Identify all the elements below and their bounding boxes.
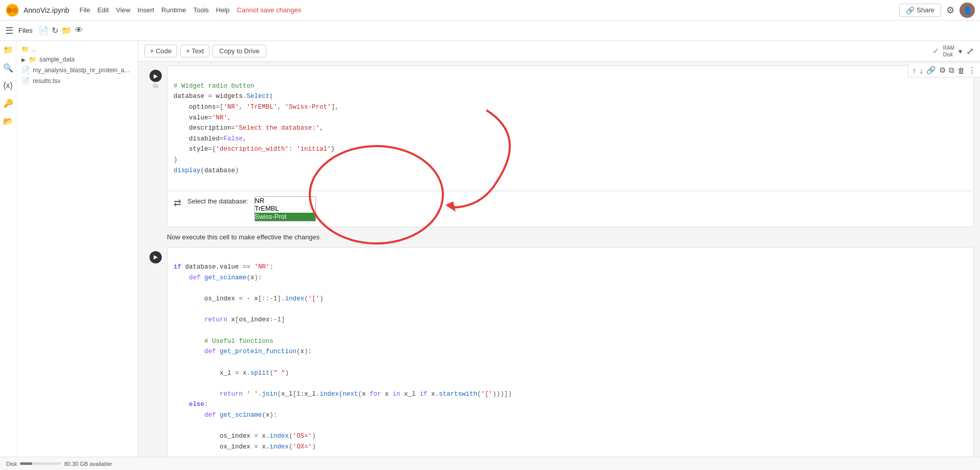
- cell-1-code: # Widget radio button database = widgets…: [167, 66, 973, 191]
- sidebar-toggle[interactable]: ☰: [5, 25, 13, 36]
- menu-view[interactable]: View: [116, 6, 131, 14]
- svg-point-2: [12, 7, 18, 13]
- files-icon[interactable]: 📁: [3, 45, 13, 55]
- option-trembl[interactable]: TrEMBL: [255, 205, 315, 213]
- copy-to-drive-button[interactable]: Copy to Drive: [212, 45, 266, 57]
- menu-edit[interactable]: Edit: [97, 6, 109, 14]
- folder-icon-strip[interactable]: 📂: [3, 116, 13, 126]
- delete-cell-icon[interactable]: 🗑: [956, 65, 966, 76]
- cell-1-gutter: ▶ 0s: [144, 66, 167, 191]
- disk-available-text: 80.30 GB available: [64, 461, 112, 467]
- option-nr[interactable]: NR: [255, 197, 315, 205]
- widget-label: Select the database:: [187, 196, 248, 205]
- search-icon[interactable]: 🔍: [3, 63, 13, 73]
- expand-icon[interactable]: ⤢: [966, 46, 974, 57]
- folder-dotdot-icon: 📁: [22, 46, 29, 53]
- key-icon[interactable]: 🔑: [3, 98, 13, 108]
- disk-progress-fill: [20, 462, 32, 465]
- disk-status: Disk 80.30 GB available: [6, 461, 112, 467]
- disk-label: Disk: [943, 51, 954, 58]
- widget-icon: ⇄: [174, 197, 181, 209]
- widget-select[interactable]: NR TrEMBL Swiss-Prot: [254, 196, 316, 221]
- top-bar: AnnoViz.ipynb File Edit View Insert Runt…: [0, 0, 980, 21]
- folder-sample-icon: 📁: [29, 56, 36, 63]
- bottom-status-bar: Disk 80.30 GB available: [0, 457, 980, 470]
- share-label: Share: [917, 6, 934, 14]
- more-options-icon[interactable]: ⋮: [967, 65, 977, 76]
- menu-runtime[interactable]: Runtime: [161, 6, 186, 14]
- file-item-sample-data[interactable]: ▶ 📁 sample_data: [19, 54, 135, 65]
- execute-text: Now execute this cell to make effective …: [167, 233, 319, 241]
- upload-icon[interactable]: 📁: [61, 26, 72, 35]
- cell-2-row: ▶ if database.value == 'NR': def get_sci…: [144, 247, 974, 457]
- sidebar: 📁 🔍 {x} 🔑 📂 📁 .. ▶ 📁 sample_data 📄 my_an…: [0, 41, 138, 457]
- menu-help[interactable]: Help: [216, 6, 230, 14]
- svg-point-1: [7, 7, 13, 13]
- settings-icon[interactable]: ⚙: [946, 5, 954, 16]
- file-list: 📁 .. ▶ 📁 sample_data 📄 my_analysis_blast…: [16, 41, 138, 457]
- colab-logo: [5, 3, 19, 17]
- widget-output: ⇄ Select the database: NR TrEMBL Swiss-P…: [167, 191, 974, 227]
- run-cell-2-button[interactable]: ▶: [150, 251, 162, 263]
- file-item-results[interactable]: 📄 results.tsv: [19, 75, 135, 86]
- disk-progress-bar: [20, 462, 61, 465]
- notebook-scroll[interactable]: ↑ ↓ 🔗 ⚙ ⧉ 🗑 ⋮ ▶ 0s # Widget radio button…: [138, 62, 980, 457]
- disk-status-label: Disk: [6, 461, 17, 467]
- notebook-action-toolbar: + Code + Text Copy to Drive ✓ RAM Disk ▾…: [138, 41, 980, 62]
- file-results-icon: 📄: [22, 77, 30, 85]
- option-swiss-prot[interactable]: Swiss-Prot: [255, 213, 315, 221]
- add-code-button[interactable]: + Code: [144, 45, 177, 57]
- check-mark-icon: ✓: [932, 46, 939, 56]
- add-text-button[interactable]: + Text: [180, 45, 209, 57]
- cell-1-body[interactable]: # Widget radio button database = widgets…: [167, 66, 974, 191]
- notebook-area: + Code + Text Copy to Drive ✓ RAM Disk ▾…: [138, 41, 980, 457]
- notebook-toolbar: ☰ Files 📄 ↻ 📁 👁: [0, 21, 980, 41]
- cell-1-wrapper: ▶ 0s # Widget radio button database = wi…: [138, 62, 980, 191]
- cell-2-code: if database.value == 'NR': def get_scina…: [167, 248, 973, 457]
- share-button[interactable]: 🔗 Share: [899, 4, 941, 17]
- files-title: Files: [18, 27, 32, 34]
- new-file-icon[interactable]: 📄: [38, 26, 49, 35]
- ram-label: RAM: [943, 45, 954, 51]
- copy-cell-icon[interactable]: ⧉: [948, 65, 955, 76]
- avatar[interactable]: 👤: [960, 3, 975, 18]
- cell-1-time: 0s: [153, 83, 159, 89]
- file-item-analysis[interactable]: 📄 my_analysis_blastp_nr_protein_a...: [19, 65, 135, 75]
- resource-indicators: ✓ RAM Disk ▾ ⤢: [932, 45, 974, 58]
- top-bar-right: 🔗 Share ⚙ 👤: [899, 3, 975, 18]
- cell-2-body[interactable]: if database.value == 'NR': def get_scina…: [167, 247, 974, 457]
- notebook-title[interactable]: AnnoViz.ipynb: [24, 6, 69, 14]
- hide-icon[interactable]: 👁: [75, 26, 83, 35]
- move-up-icon[interactable]: ↑: [911, 65, 918, 76]
- menu-bar: File Edit View Insert Runtime Tools Help…: [79, 6, 301, 14]
- sidebar-icon-strip: 📁 🔍 {x} 🔑 📂: [0, 41, 16, 457]
- chevron-right-icon: ▶: [22, 57, 26, 63]
- cell-1-row: ▶ 0s # Widget radio button database = wi…: [144, 66, 974, 191]
- cell-toolbar-right: ↑ ↓ 🔗 ⚙ ⧉ 🗑 ⋮: [908, 64, 980, 77]
- main-layout: 📁 🔍 {x} 🔑 📂 📁 .. ▶ 📁 sample_data 📄 my_an…: [0, 41, 980, 457]
- cell-2-gutter: ▶: [144, 247, 167, 457]
- run-cell-1-button[interactable]: ▶: [150, 70, 162, 82]
- share-link-icon: 🔗: [906, 6, 914, 14]
- between-cells-text: Now execute this cell to make effective …: [138, 227, 980, 247]
- file-analysis-icon: 📄: [22, 66, 30, 74]
- link-cell-icon[interactable]: 🔗: [925, 65, 937, 76]
- move-down-icon[interactable]: ↓: [919, 65, 925, 76]
- resource-dropdown[interactable]: ▾: [958, 47, 962, 55]
- menu-file[interactable]: File: [79, 6, 90, 14]
- cannot-save-link[interactable]: Cannot save changes: [237, 6, 302, 14]
- cell-settings-icon[interactable]: ⚙: [938, 65, 947, 76]
- refresh-icon[interactable]: ↻: [52, 26, 58, 35]
- file-item-dotdot[interactable]: 📁 ..: [19, 44, 135, 54]
- cell-2-wrapper: ▶ if database.value == 'NR': def get_sci…: [138, 247, 980, 457]
- variables-icon[interactable]: {x}: [3, 81, 13, 90]
- widget-select-container[interactable]: NR TrEMBL Swiss-Prot: [254, 196, 316, 221]
- ram-disk-indicator: RAM Disk: [943, 45, 954, 58]
- menu-insert[interactable]: Insert: [138, 6, 155, 14]
- sidebar-header-icons: 📄 ↻ 📁 👁: [38, 26, 83, 35]
- menu-tools[interactable]: Tools: [194, 6, 209, 14]
